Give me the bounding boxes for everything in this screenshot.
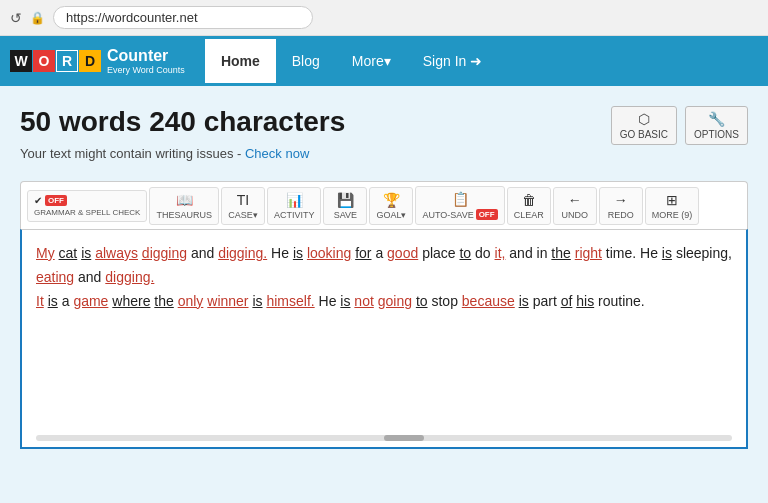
undo-label: UNDO xyxy=(561,210,588,220)
main-content: 50 words 240 characters Your text might … xyxy=(0,86,768,503)
undo-icon: ← xyxy=(568,192,582,208)
text-content: My cat is always digging and digging. He… xyxy=(36,242,732,313)
header-left: 50 words 240 characters Your text might … xyxy=(20,106,345,175)
go-basic-button[interactable]: ⬡ GO BASIC xyxy=(611,106,677,145)
grammar-label: GRAMMAR & SPELL CHECK xyxy=(34,208,140,217)
save-label: SAVE xyxy=(334,210,357,220)
logo-w: W xyxy=(10,50,32,72)
checkmark-icon: ✔ xyxy=(34,195,42,206)
save-button[interactable]: 💾 SAVE xyxy=(323,187,367,225)
browser-bar: ↺ 🔒 https://wordcounter.net xyxy=(0,0,768,36)
logo-text: Counter Every Word Counts xyxy=(107,47,185,75)
navbar: W O R D Counter Every Word Counts Home B… xyxy=(0,36,768,86)
goal-label: GOAL▾ xyxy=(376,210,406,220)
thesaurus-button[interactable]: 📖 THESAURUS xyxy=(149,187,219,225)
activity-icon: 📊 xyxy=(286,192,303,208)
autosave-status-badge: OFF xyxy=(476,209,498,220)
redo-icon: → xyxy=(614,192,628,208)
activity-label: ACTIVITY xyxy=(274,210,315,220)
header-right: ⬡ GO BASIC 🔧 OPTIONS xyxy=(611,106,748,145)
autosave-button[interactable]: 📋 AUTO-SAVE OFF xyxy=(415,186,504,225)
logo-o: O xyxy=(33,50,55,72)
grammar-status-badge: OFF xyxy=(45,195,67,206)
more-button[interactable]: ⊞ MORE (9) xyxy=(645,187,700,225)
thesaurus-label: THESAURUS xyxy=(156,210,212,220)
goal-button[interactable]: 🏆 GOAL▾ xyxy=(369,187,413,225)
check-now-link-top[interactable]: Check now xyxy=(245,146,309,161)
redo-button[interactable]: → REDO xyxy=(599,187,643,225)
grammar-spell-check-button[interactable]: ✔ OFF GRAMMAR & SPELL CHECK xyxy=(27,190,147,222)
url-bar[interactable]: https://wordcounter.net xyxy=(53,6,313,29)
clear-button[interactable]: 🗑 CLEAR xyxy=(507,187,551,225)
external-link-icon: ⬡ xyxy=(638,111,650,127)
toolbar: ✔ OFF GRAMMAR & SPELL CHECK 📖 THESAURUS … xyxy=(20,181,748,229)
more-icon: ⊞ xyxy=(666,192,678,208)
options-label: OPTIONS xyxy=(694,129,739,140)
stats-heading: 50 words 240 characters xyxy=(20,106,345,138)
go-basic-label: GO BASIC xyxy=(620,129,668,140)
undo-button[interactable]: ← UNDO xyxy=(553,187,597,225)
nav-home[interactable]: Home xyxy=(205,39,276,83)
options-button[interactable]: 🔧 OPTIONS xyxy=(685,106,748,145)
clear-icon: 🗑 xyxy=(522,192,536,208)
nav-blog[interactable]: Blog xyxy=(276,39,336,83)
case-icon: TI xyxy=(237,192,249,208)
text-area[interactable]: My cat is always digging and digging. He… xyxy=(20,229,748,449)
scrollbar-thumb[interactable] xyxy=(384,435,424,441)
nav-signin[interactable]: Sign In ➜ xyxy=(407,39,498,83)
thesaurus-icon: 📖 xyxy=(176,192,193,208)
autosave-icon: 📋 xyxy=(452,191,469,207)
autosave-label: AUTO-SAVE xyxy=(422,210,473,220)
grammar-top: ✔ OFF xyxy=(34,195,67,206)
nav-items: Home Blog More▾ Sign In ➜ xyxy=(205,39,498,83)
header-top: 50 words 240 characters Your text might … xyxy=(20,106,748,175)
logo-counter: Counter xyxy=(107,47,185,65)
activity-button[interactable]: 📊 ACTIVITY xyxy=(267,187,322,225)
redo-label: REDO xyxy=(608,210,634,220)
writing-issues-top: Your text might contain writing issues -… xyxy=(20,146,345,161)
refresh-icon[interactable]: ↺ xyxy=(10,10,22,26)
logo-tagline: Every Word Counts xyxy=(107,65,185,75)
clear-label: CLEAR xyxy=(514,210,544,220)
scrollbar-track xyxy=(36,435,732,441)
save-icon: 💾 xyxy=(337,192,354,208)
logo-r: R xyxy=(56,50,78,72)
case-button[interactable]: TI CASE▾ xyxy=(221,187,265,225)
case-label: CASE▾ xyxy=(228,210,258,220)
logo[interactable]: W O R D Counter Every Word Counts xyxy=(10,47,185,75)
nav-more[interactable]: More▾ xyxy=(336,39,407,83)
more-label: MORE (9) xyxy=(652,210,693,220)
wrench-icon: 🔧 xyxy=(708,111,725,127)
lock-icon: 🔒 xyxy=(30,11,45,25)
logo-word: W O R D xyxy=(10,50,101,72)
goal-icon: 🏆 xyxy=(383,192,400,208)
logo-d: D xyxy=(79,50,101,72)
